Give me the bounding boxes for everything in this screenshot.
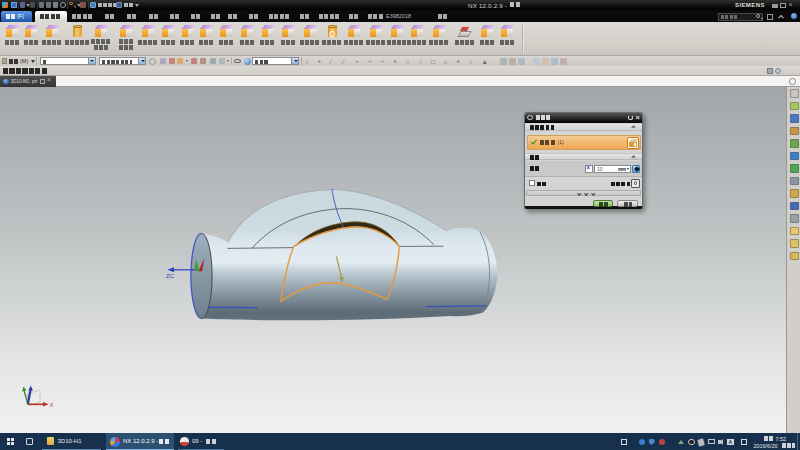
svg-text:ZC: ZC [166, 273, 175, 279]
svg-text:X: X [50, 402, 54, 408]
